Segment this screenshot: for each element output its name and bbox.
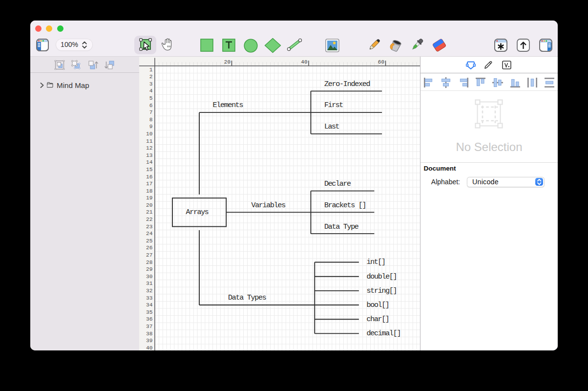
svg-text:39: 39 (146, 338, 152, 344)
svg-text:26: 26 (146, 245, 152, 251)
svg-text:21: 21 (146, 209, 153, 215)
svg-text:33: 33 (146, 295, 152, 301)
svg-text:36: 36 (146, 316, 152, 322)
svg-text:2: 2 (149, 74, 153, 80)
svg-text:28: 28 (146, 259, 152, 265)
svg-text:Brackets []: Brackets [] (324, 201, 367, 209)
svg-text:4: 4 (149, 88, 153, 94)
svg-text:25: 25 (146, 238, 152, 243)
svg-text:23: 23 (146, 223, 152, 229)
svg-text:double[]: double[] (367, 272, 398, 281)
svg-text:8: 8 (149, 116, 153, 122)
svg-text:Last: Last (324, 123, 340, 131)
svg-text:37: 37 (146, 323, 152, 329)
svg-text:60: 60 (378, 59, 384, 65)
svg-text:6: 6 (149, 102, 153, 108)
svg-text:38: 38 (146, 330, 152, 336)
svg-text:char[]: char[] (367, 315, 390, 324)
svg-text:20: 20 (146, 202, 153, 208)
svg-text:Zero-Indexed: Zero-Indexed (324, 80, 371, 88)
svg-text:15: 15 (146, 166, 152, 172)
svg-text:19: 19 (146, 195, 152, 201)
svg-text:Declare: Declare (324, 179, 351, 188)
svg-text:Data Type: Data Type (324, 222, 359, 231)
svg-text:14: 14 (146, 159, 153, 165)
svg-text:int[]: int[] (367, 258, 386, 266)
svg-text:1: 1 (149, 66, 153, 72)
svg-text:27: 27 (146, 252, 152, 258)
svg-text:7: 7 (149, 109, 153, 115)
svg-text:20: 20 (224, 59, 231, 65)
svg-text:40: 40 (301, 59, 307, 65)
svg-text:string[]: string[] (367, 286, 398, 295)
svg-text:30: 30 (146, 273, 153, 279)
svg-text:31: 31 (146, 281, 153, 286)
svg-text:18: 18 (146, 188, 152, 194)
svg-text:29: 29 (146, 266, 152, 272)
svg-text:17: 17 (146, 181, 152, 187)
svg-text:13: 13 (146, 152, 152, 158)
svg-text:Arrays: Arrays (186, 208, 209, 217)
svg-text:9: 9 (149, 124, 153, 130)
svg-text:12: 12 (146, 145, 152, 151)
svg-text:11: 11 (146, 138, 153, 144)
svg-text:decimal[]: decimal[] (367, 329, 401, 338)
svg-text:16: 16 (146, 174, 152, 179)
svg-text:Data Types: Data Types (228, 294, 267, 302)
svg-text:32: 32 (146, 287, 152, 293)
svg-text:34: 34 (146, 302, 153, 308)
svg-text:3: 3 (149, 81, 153, 87)
svg-text:Variables: Variables (251, 201, 286, 209)
svg-text:10: 10 (146, 131, 153, 137)
svg-text:bool[]: bool[] (367, 301, 390, 309)
svg-text:First: First (324, 101, 343, 109)
svg-text:24: 24 (146, 231, 153, 237)
svg-text:22: 22 (146, 217, 152, 222)
svg-text:5: 5 (149, 95, 153, 101)
svg-text:40: 40 (146, 345, 153, 350)
svg-text:Elements: Elements (213, 101, 244, 109)
svg-text:35: 35 (146, 309, 152, 315)
